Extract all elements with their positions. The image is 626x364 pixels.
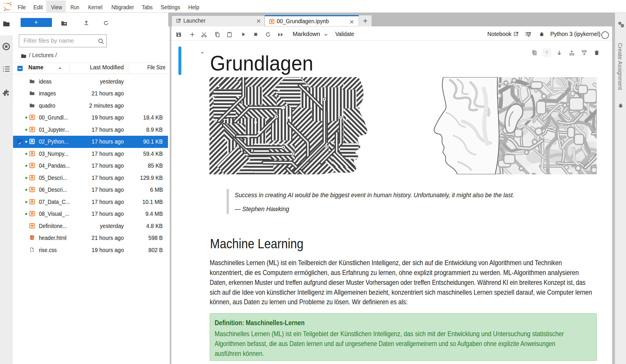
svg-text:5: 5 (31, 236, 33, 239)
